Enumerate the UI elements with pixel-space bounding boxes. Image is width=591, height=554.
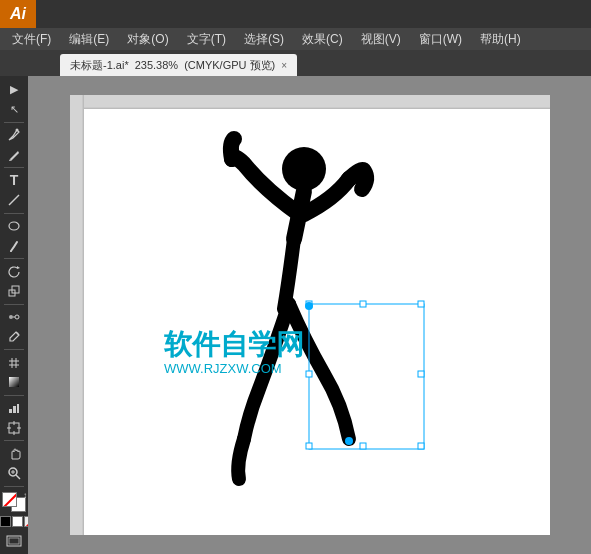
- svg-rect-31: [9, 538, 19, 544]
- tool-zoom[interactable]: [2, 464, 26, 483]
- toolbar-separator-6: [4, 349, 24, 350]
- menu-help[interactable]: 帮助(H): [472, 29, 529, 50]
- svg-rect-15: [13, 406, 16, 413]
- canvas: 软件自学网 WWW.RJZXW.COM: [70, 95, 550, 535]
- svg-point-0: [16, 128, 19, 131]
- tool-artboard[interactable]: [2, 418, 26, 437]
- menubar: 文件(F) 编辑(E) 对象(O) 文字(T) 选择(S) 效果(C) 视图(V…: [0, 28, 591, 50]
- svg-point-6: [15, 315, 19, 319]
- artwork-svg: 软件自学网 WWW.RJZXW.COM: [84, 109, 550, 535]
- tab-zoom: 235.38%: [135, 59, 178, 71]
- left-toolbar: ▶ ↖ T: [0, 76, 28, 554]
- tool-direct-selection[interactable]: ↖: [2, 100, 26, 119]
- svg-rect-45: [418, 371, 424, 377]
- tool-rotate[interactable]: [2, 262, 26, 281]
- svg-rect-16: [17, 404, 19, 413]
- tab-close-button[interactable]: ×: [281, 60, 287, 71]
- tool-pencil[interactable]: [2, 145, 26, 164]
- white-swatch[interactable]: [12, 516, 23, 527]
- tool-type[interactable]: T: [2, 171, 26, 190]
- svg-line-23: [16, 475, 20, 479]
- tool-brush[interactable]: [2, 236, 26, 255]
- svg-rect-42: [418, 443, 424, 449]
- tool-pen[interactable]: [2, 126, 26, 145]
- tool-chart[interactable]: [2, 399, 26, 418]
- tool-ellipse[interactable]: [2, 217, 26, 236]
- toolbar-separator-9: [4, 486, 24, 487]
- svg-rect-41: [306, 443, 312, 449]
- tool-line[interactable]: [2, 191, 26, 210]
- toolbar-separator-4: [4, 258, 24, 259]
- toolbar-separator-5: [4, 304, 24, 305]
- svg-rect-14: [9, 409, 12, 413]
- svg-rect-43: [360, 301, 366, 307]
- svg-rect-13: [9, 377, 19, 387]
- svg-text:软件自学网: 软件自学网: [163, 329, 304, 360]
- stroke-color-swatch[interactable]: [2, 492, 17, 507]
- svg-rect-44: [306, 371, 312, 377]
- tool-gradient[interactable]: [2, 373, 26, 392]
- svg-point-2: [9, 222, 19, 230]
- svg-rect-34: [70, 95, 84, 535]
- black-swatch[interactable]: [0, 516, 11, 527]
- svg-point-48: [345, 437, 353, 445]
- menu-view[interactable]: 视图(V): [353, 29, 409, 50]
- svg-line-1: [9, 195, 19, 205]
- ai-logo: Ai: [0, 0, 36, 28]
- tab-title: 未标题-1.ai*: [70, 58, 129, 73]
- screen-mode-button[interactable]: [2, 531, 26, 550]
- svg-rect-46: [360, 443, 366, 449]
- document-tab[interactable]: 未标题-1.ai* 235.38% (CMYK/GPU 预览) ×: [60, 54, 297, 76]
- tool-selection[interactable]: ▶: [2, 80, 26, 99]
- menu-edit[interactable]: 编辑(E): [61, 29, 117, 50]
- swap-colors-button[interactable]: ↕: [23, 491, 27, 500]
- canvas-area[interactable]: 软件自学网 WWW.RJZXW.COM: [28, 76, 591, 554]
- svg-point-5: [9, 315, 13, 319]
- toolbar-separator-1: [4, 122, 24, 123]
- menu-window[interactable]: 窗口(W): [411, 29, 470, 50]
- tool-mesh[interactable]: [2, 353, 26, 372]
- tabbar: 未标题-1.ai* 235.38% (CMYK/GPU 预览) ×: [0, 50, 591, 76]
- tool-eyedropper[interactable]: [2, 327, 26, 346]
- toolbar-separator-3: [4, 213, 24, 214]
- svg-rect-40: [418, 301, 424, 307]
- menu-file[interactable]: 文件(F): [4, 29, 59, 50]
- toolbar-separator-8: [4, 440, 24, 441]
- main-area: ▶ ↖ T: [0, 76, 591, 554]
- svg-point-8: [17, 332, 19, 334]
- menu-object[interactable]: 对象(O): [119, 29, 176, 50]
- svg-point-47: [305, 302, 313, 310]
- toolbar-separator-7: [4, 395, 24, 396]
- menu-type[interactable]: 文字(T): [179, 29, 234, 50]
- color-swatches: ↕: [2, 492, 26, 513]
- titlebar: Ai: [0, 0, 591, 28]
- menu-select[interactable]: 选择(S): [236, 29, 292, 50]
- tool-scale[interactable]: [2, 282, 26, 301]
- horizontal-ruler: [70, 95, 550, 109]
- svg-text:WWW.RJZXW.COM: WWW.RJZXW.COM: [164, 361, 282, 376]
- toolbar-separator-2: [4, 167, 24, 168]
- svg-rect-32: [70, 95, 550, 109]
- menu-effect[interactable]: 效果(C): [294, 29, 351, 50]
- vertical-ruler: [70, 95, 84, 535]
- tool-blend[interactable]: [2, 308, 26, 327]
- tool-hand[interactable]: [2, 444, 26, 463]
- tab-mode: (CMYK/GPU 预览): [184, 58, 275, 73]
